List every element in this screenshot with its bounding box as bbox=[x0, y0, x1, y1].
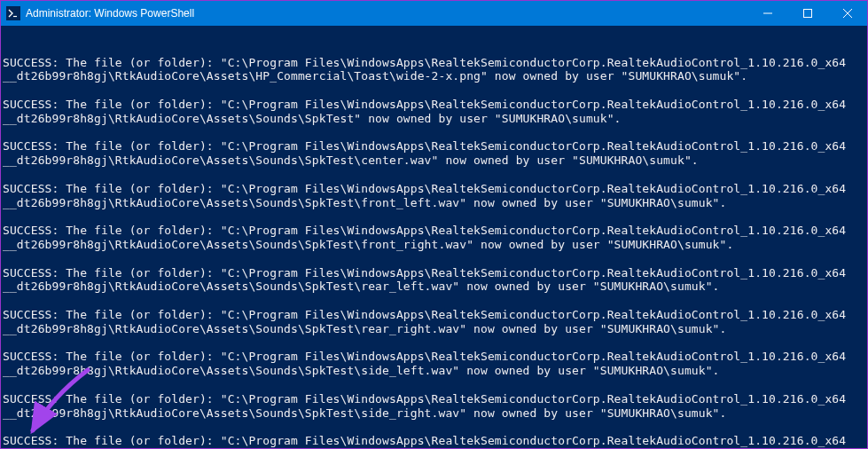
output-entry: SUCCESS: The file (or folder): "C:\Progr… bbox=[3, 308, 867, 336]
output-entry: SUCCESS: The file (or folder): "C:\Progr… bbox=[3, 139, 867, 168]
svg-rect-0 bbox=[7, 7, 20, 20]
svg-rect-3 bbox=[803, 10, 811, 18]
terminal-output[interactable]: SUCCESS: The file (or folder): "C:\Progr… bbox=[1, 26, 867, 448]
output-entry: SUCCESS: The file (or folder): "C:\Progr… bbox=[3, 392, 867, 421]
close-button[interactable] bbox=[827, 1, 867, 26]
close-icon bbox=[843, 9, 852, 18]
output-entry: SUCCESS: The file (or folder): "C:\Progr… bbox=[3, 434, 867, 448]
window-controls bbox=[747, 1, 867, 26]
output-entry: SUCCESS: The file (or folder): "C:\Progr… bbox=[3, 56, 867, 84]
minimize-button[interactable] bbox=[747, 1, 787, 26]
output-entry: SUCCESS: The file (or folder): "C:\Progr… bbox=[3, 350, 867, 378]
output-entry: SUCCESS: The file (or folder): "C:\Progr… bbox=[3, 98, 867, 126]
output-entry: SUCCESS: The file (or folder): "C:\Progr… bbox=[3, 182, 867, 210]
window-title: Administrator: Windows PowerShell bbox=[26, 7, 747, 20]
powershell-icon bbox=[6, 6, 20, 20]
maximize-button[interactable] bbox=[787, 1, 827, 26]
output-entry: SUCCESS: The file (or folder): "C:\Progr… bbox=[3, 266, 867, 295]
title-bar[interactable]: Administrator: Windows PowerShell bbox=[1, 1, 867, 26]
maximize-icon bbox=[803, 9, 812, 18]
minimize-icon bbox=[763, 9, 772, 18]
output-entry: SUCCESS: The file (or folder): "C:\Progr… bbox=[3, 224, 867, 252]
powershell-window: Administrator: Windows PowerShell SUCCES… bbox=[0, 0, 868, 449]
